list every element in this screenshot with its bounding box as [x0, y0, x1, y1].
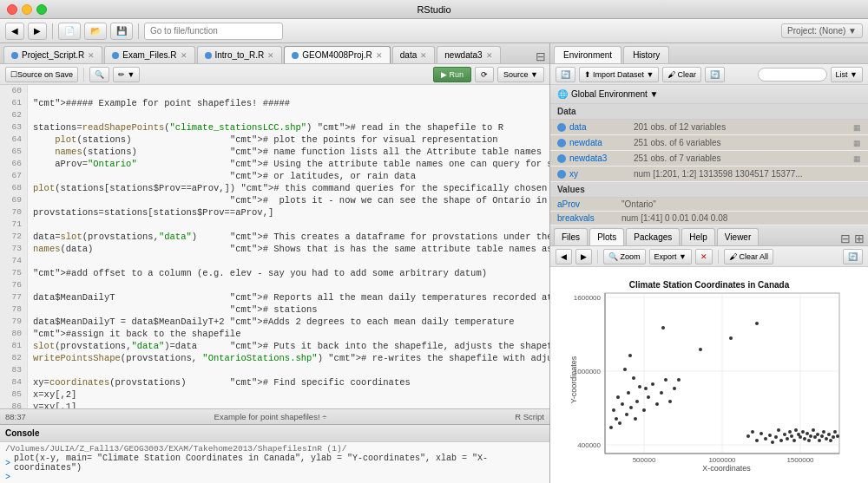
refresh-env-button[interactable]: 🔄 [556, 67, 575, 82]
data-point [746, 434, 750, 438]
tab-viewer[interactable]: Viewer [717, 228, 759, 245]
line-number: 65 [0, 146, 28, 158]
data-row-data[interactable]: data 201 obs. of 12 variables ▦ [550, 120, 868, 135]
export-button[interactable]: Export ▼ [649, 249, 692, 264]
tab-plots[interactable]: Plots [589, 228, 624, 245]
line-content[interactable]: stations=readShapePoints("climate_statio… [28, 121, 503, 134]
tab-exam-files[interactable]: Exam_Files.R ✕ [104, 46, 194, 63]
plot-refresh-button[interactable]: 🔄 [843, 249, 863, 264]
code-tools-button[interactable]: ✏ ▼ [113, 67, 140, 82]
var-name[interactable]: newdata [569, 138, 630, 147]
data-point [661, 326, 665, 330]
line-content[interactable]: slot(provstations,"data")=data "cmt"># P… [28, 340, 549, 352]
project-indicator[interactable]: Project: (None) ▼ [781, 23, 863, 38]
clear-env-button[interactable]: 🖌 Clear [662, 67, 701, 82]
clear-all-button[interactable]: 🖌 Clear All [724, 249, 773, 264]
var-name[interactable]: data [569, 122, 630, 132]
data-row-xy[interactable]: xy num [1:201, 1:2] 1313598 1304517 1537… [550, 166, 868, 182]
var-name[interactable]: xy [569, 169, 630, 179]
env-search-input[interactable] [758, 68, 827, 82]
tab-close-icon[interactable]: ✕ [88, 51, 95, 60]
refresh-button-2[interactable]: 🔄 [705, 67, 725, 82]
line-content[interactable] [28, 279, 33, 291]
line-content[interactable] [28, 109, 33, 121]
close-button[interactable] [7, 4, 17, 15]
console-cursor-line[interactable]: > [5, 473, 544, 482]
data-row-newdata[interactable]: newdata 251 obs. of 6 variables ▦ [550, 135, 868, 151]
line-content[interactable]: x=xy[,2] [28, 388, 76, 401]
line-content[interactable]: "cmt"># or latitudes, or rain data [28, 170, 416, 182]
tab-intro-r[interactable]: Intro_to_R.R ✕ [197, 46, 283, 63]
line-content[interactable]: names(stations) "cmt"># name function li… [28, 146, 542, 158]
tab-history[interactable]: History [623, 46, 669, 63]
maximize-button[interactable] [36, 4, 47, 15]
console-input[interactable]: plot(x-y, main= "Climate Station Coordin… [14, 454, 544, 473]
tab-close-icon[interactable]: ✕ [376, 51, 383, 60]
rerun-button[interactable]: ⟳ [475, 67, 494, 82]
grid-icon[interactable]: ▦ [853, 154, 861, 163]
tab-files[interactable]: Files [554, 228, 588, 245]
data-row-newdata3[interactable]: newdata3 251 obs. of 7 variables ▦ [550, 151, 868, 166]
line-content[interactable]: writePointsShape(provstations, "OntarioS… [28, 352, 549, 364]
console-content[interactable]: /Volumes/JULIA/Z_Fall13/GEOG3003/EXAM/Ta… [0, 442, 549, 483]
tab-close-icon[interactable]: ✕ [486, 51, 493, 60]
tab-close-icon[interactable]: ✕ [420, 51, 427, 60]
source-button[interactable]: Source ▼ [497, 67, 544, 82]
collapse-icon[interactable]: ⊟ [536, 49, 546, 63]
global-env-label[interactable]: Global Environment ▼ [571, 89, 659, 99]
tab-packages[interactable]: Packages [626, 228, 680, 245]
line-content[interactable] [28, 255, 33, 267]
val-name[interactable]: breakvals [557, 213, 618, 223]
plot-forward-button[interactable]: ▶ [575, 249, 592, 264]
line-content[interactable]: "cmt"># plots it - now we can see the sh… [28, 194, 549, 206]
line-content[interactable]: names(data) "cmt"># Shows that is has th… [28, 243, 549, 255]
line-content[interactable]: data=slot(provstations,"data") "cmt"># T… [28, 231, 549, 243]
line-content[interactable]: data$MeanDailyT = data$MeanDailyT+2 "cmt… [28, 316, 515, 328]
new-file-button[interactable]: 📄 [58, 23, 81, 40]
tab-close-icon[interactable]: ✕ [181, 51, 187, 60]
back-button[interactable]: ◀ [5, 23, 24, 40]
search-button[interactable]: 🔍 [89, 67, 109, 82]
delete-plot-button[interactable]: ✕ [695, 249, 713, 264]
line-content[interactable]: "cmt"># stations [28, 304, 318, 316]
tab-environment[interactable]: Environment [554, 46, 621, 63]
line-content[interactable]: plot(stations[stations$Prov==aProv,]) "c… [28, 182, 549, 194]
collapse-plots-icon[interactable]: ⊟ [840, 232, 851, 245]
line-content[interactable]: plot(stations) "cmt"># plot the points f… [28, 134, 498, 146]
forward-button[interactable]: ▶ [28, 23, 47, 40]
line-content[interactable] [28, 219, 33, 231]
plot-back-button[interactable]: ◀ [556, 249, 572, 264]
grid-icon[interactable]: ▦ [853, 139, 861, 147]
import-dataset-button[interactable]: ⬆ Import Dataset ▼ [579, 67, 659, 82]
tab-newdata3[interactable]: newdata3 ✕ [437, 46, 500, 63]
line-content[interactable]: "cmt">#assign it back to the shapefile [28, 328, 240, 340]
line-content[interactable]: data$MeanDailyT "cmt"># Reports all the … [28, 291, 549, 304]
val-name[interactable]: aProv [557, 199, 618, 209]
line-content[interactable]: "cmt">##### Example for point shapefiles… [28, 97, 290, 109]
line-content[interactable]: aProv="Ontario" "cmt"># Using the attrib… [28, 158, 549, 170]
expand-plots-icon[interactable]: ⊞ [854, 232, 865, 245]
line-content[interactable]: provstations=stations[stations$Prov==aPr… [28, 206, 273, 219]
list-view-button[interactable]: List ▼ [831, 67, 863, 82]
minimize-button[interactable] [22, 4, 32, 15]
source-on-save-checkbox[interactable]: ☐ Source on Save [5, 67, 78, 82]
tab-close-icon[interactable]: ✕ [267, 51, 274, 60]
goto-file-input[interactable] [144, 23, 283, 40]
code-editor[interactable]: 6061"cmt">##### Example for point shapef… [0, 85, 549, 408]
tab-data[interactable]: data ✕ [392, 46, 435, 63]
tab-geom4008[interactable]: GEOM4008Proj.R ✕ [284, 46, 391, 63]
save-button[interactable]: 💾 [110, 23, 133, 40]
line-content[interactable] [28, 85, 33, 97]
zoom-button[interactable]: 🔍 Zoom [603, 249, 646, 264]
line-content[interactable]: xy=coordinates(provstations) "cmt"># Fin… [28, 376, 411, 388]
line-content[interactable]: y=xy[,1] [28, 401, 76, 408]
var-name[interactable]: newdata3 [569, 153, 630, 163]
run-button[interactable]: ▶ Run [433, 67, 471, 82]
grid-icon[interactable]: ▦ [853, 123, 861, 132]
open-file-button[interactable]: 📂 [84, 23, 107, 40]
tab-help[interactable]: Help [681, 228, 715, 245]
line-content[interactable] [28, 364, 33, 376]
code-line: 84xy=coordinates(provstations) "cmt"># F… [0, 376, 549, 388]
line-content[interactable]: "cmt">#add offset to a column (e.g. elev… [28, 267, 487, 279]
tab-project-script[interactable]: Project_Script.R ✕ [3, 46, 102, 63]
